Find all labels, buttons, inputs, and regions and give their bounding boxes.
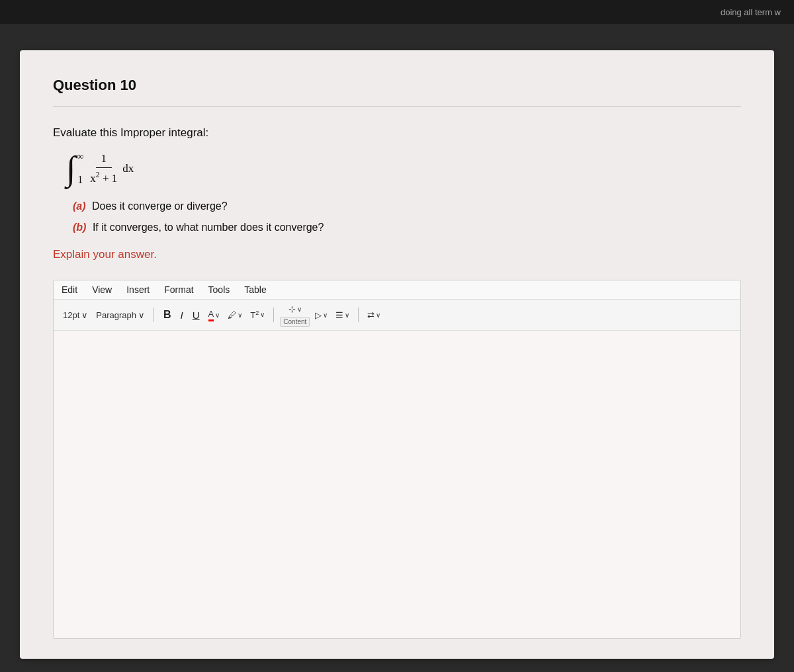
- fraction: 1 x2 + 1: [90, 152, 117, 185]
- presentation-dropdown[interactable]: ▷ ∨: [312, 309, 330, 321]
- menu-view[interactable]: View: [92, 284, 112, 295]
- editor-section: Edit View Insert Format Tools Table 12pt…: [53, 280, 741, 639]
- part-b-label: (b): [73, 222, 86, 233]
- font-size-select[interactable]: 12pt ∨: [60, 309, 91, 321]
- underline-button[interactable]: U: [189, 308, 203, 322]
- content-area: ⊹ ∨ Content: [280, 303, 310, 327]
- part-a-text: Does it converge or diverge?: [92, 200, 228, 212]
- font-color-chevron: ∨: [215, 312, 220, 319]
- menu-edit[interactable]: Edit: [62, 284, 77, 295]
- list-chevron: ∨: [345, 312, 349, 319]
- document-panel: Question 10 Evaluate this Improper integ…: [20, 50, 774, 659]
- toolbar-divider-3: [358, 308, 359, 322]
- presentation-chevron: ∨: [323, 312, 328, 319]
- font-size-chevron: ∨: [81, 310, 88, 320]
- highlight-chevron: ∨: [238, 312, 242, 319]
- font-size-label: 12pt: [63, 310, 79, 320]
- content-icon: ⊹: [288, 304, 296, 314]
- content-dropdown[interactable]: ⊹ ∨: [286, 303, 304, 315]
- paragraph-label: Paragraph: [96, 310, 136, 320]
- toolbar-divider-1: [154, 308, 154, 322]
- list-dropdown[interactable]: ☰ ∨: [333, 309, 352, 321]
- font-color-label: A: [208, 309, 214, 321]
- highlight-dropdown[interactable]: 🖊 ∨: [225, 309, 245, 321]
- editor-content[interactable]: [54, 331, 740, 638]
- dx-text: dx: [122, 162, 134, 175]
- bold-button[interactable]: B: [160, 308, 175, 322]
- presentation-icon: ▷: [315, 310, 322, 320]
- paragraph-chevron: ∨: [138, 310, 145, 320]
- menu-insert[interactable]: Insert: [126, 284, 150, 295]
- content-chevron: ∨: [297, 306, 302, 313]
- highlight-label: 🖊: [228, 310, 236, 320]
- integral-symbol: ∫: [66, 151, 75, 186]
- list-icon: ☰: [335, 310, 343, 320]
- lower-limit: 1: [77, 174, 83, 186]
- menu-bar: Edit View Insert Format Tools Table: [54, 280, 740, 300]
- superscript-dropdown[interactable]: T2 ∨: [247, 308, 267, 321]
- top-bar-text: doing all term w: [721, 7, 781, 17]
- top-bar: doing all term w: [0, 0, 794, 24]
- intro-text: Evaluate this Improper integral:: [53, 126, 741, 140]
- extra-chevron: ∨: [376, 312, 380, 319]
- menu-table[interactable]: Table: [244, 284, 266, 295]
- menu-format[interactable]: Format: [164, 284, 193, 295]
- question-title: Question 10: [53, 77, 741, 106]
- denominator: x2 + 1: [90, 168, 117, 185]
- extra-icon: ⇄: [367, 310, 375, 320]
- explain-text: Explain your answer.: [53, 248, 741, 261]
- integral-limits: ∞ 1: [77, 151, 83, 186]
- superscript-label: T2: [250, 310, 259, 320]
- font-color-dropdown[interactable]: A ∨: [206, 308, 223, 323]
- upper-limit: ∞: [77, 151, 83, 162]
- fraction-and-dx: 1 x2 + 1 dx: [90, 152, 134, 185]
- part-b: (b) If it converges, to what number does…: [73, 222, 741, 233]
- content-label: Content: [280, 317, 310, 327]
- menu-tools[interactable]: Tools: [208, 284, 230, 295]
- superscript-chevron: ∨: [260, 311, 265, 318]
- italic-button[interactable]: I: [177, 308, 187, 322]
- paragraph-select[interactable]: Paragraph ∨: [93, 309, 148, 321]
- part-a: (a) Does it converge or diverge?: [73, 200, 741, 212]
- numerator: 1: [96, 152, 112, 168]
- part-b-text: If it converges, to what number does it …: [93, 222, 324, 233]
- extra-dropdown[interactable]: ⇄ ∨: [365, 309, 383, 321]
- toolbar: 12pt ∨ Paragraph ∨ B I U A ∨: [54, 300, 740, 331]
- question-body: Evaluate this Improper integral: ∫ ∞ 1 1…: [53, 126, 741, 639]
- part-a-label: (a): [73, 200, 86, 212]
- main-area: Question 10 Evaluate this Improper integ…: [0, 24, 794, 672]
- integral-block: ∫ ∞ 1 1 x2 + 1 dx: [66, 151, 741, 186]
- toolbar-divider-2: [273, 308, 274, 322]
